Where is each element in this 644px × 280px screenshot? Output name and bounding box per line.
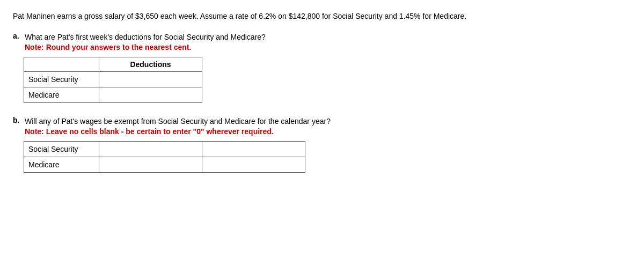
section-a-deductions-header: Deductions (99, 57, 202, 72)
section-b-note: Note: Leave no cells blank - be certain … (25, 127, 274, 136)
section-a-empty-header (24, 57, 99, 72)
section-b-medicare-input1[interactable] (99, 157, 202, 172)
section-b-medicare-input2-cell (202, 157, 305, 173)
section-a-social-security-input-cell (99, 72, 202, 87)
section-a-medicare-input[interactable] (99, 87, 202, 102)
section-a-table-wrapper: Deductions Social Security Medicare (24, 57, 631, 103)
section-a-letter: a. (13, 32, 23, 40)
section-b-medicare-label: Medicare (24, 157, 99, 173)
section-b-question: Will any of Pat's wages be exempt from S… (25, 117, 331, 126)
section-a-medicare-input-cell (99, 87, 202, 103)
table-row: Medicare (24, 157, 305, 173)
section-a-social-security-label: Social Security (24, 72, 99, 87)
section-b: b. Will any of Pat's wages be exempt fro… (13, 116, 631, 173)
section-b-social-security-input2-cell (202, 142, 305, 157)
section-a-table: Deductions Social Security Medicare (24, 57, 202, 103)
section-a-social-security-input[interactable] (99, 72, 202, 87)
section-b-social-security-label: Social Security (24, 142, 99, 157)
section-b-medicare-input2[interactable] (202, 157, 305, 172)
section-b-social-security-input2[interactable] (202, 142, 305, 157)
table-row: Social Security (24, 72, 202, 87)
section-a-medicare-label: Medicare (24, 87, 99, 103)
section-b-social-security-input1[interactable] (99, 142, 202, 157)
section-b-medicare-input1-cell (99, 157, 202, 173)
table-row: Social Security (24, 142, 305, 157)
section-b-letter: b. (13, 116, 23, 124)
section-a-question: What are Pat's first week's deductions f… (25, 33, 266, 41)
section-b-table-wrapper: Social Security Medicare (24, 141, 631, 173)
section-b-social-security-input1-cell (99, 142, 202, 157)
section-a: a. What are Pat's first week's deduction… (13, 32, 631, 103)
section-a-note: Note: Round your answers to the nearest … (25, 43, 191, 51)
intro-text: Pat Maninen earns a gross salary of $3,6… (13, 11, 631, 22)
section-b-table: Social Security Medicare (24, 141, 305, 173)
table-row: Medicare (24, 87, 202, 103)
